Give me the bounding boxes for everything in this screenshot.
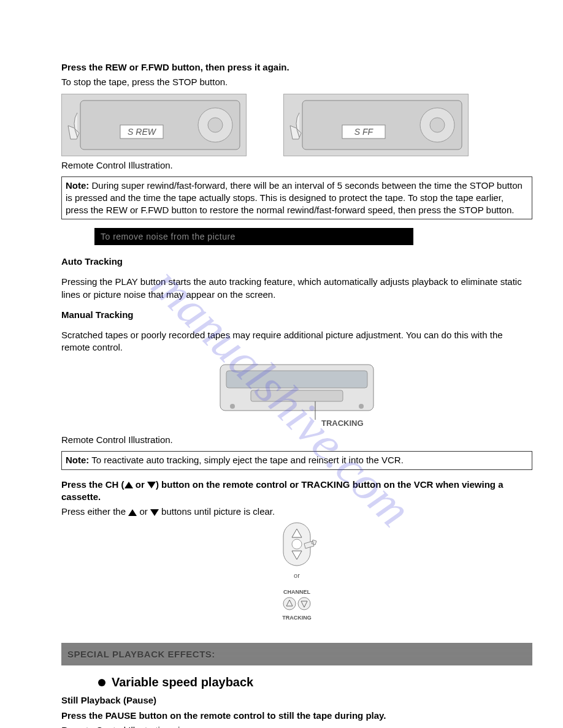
manual-tracking-text: Scratched tapes or poorly recorded tapes… — [61, 329, 532, 354]
section-gray-bar: SPECIAL PLAYBACK EFFECTS: — [61, 643, 532, 665]
note-text: During super rewind/fast-forward, there … — [66, 180, 523, 216]
text-fragment: Press the CH ( — [61, 479, 124, 490]
still-playback-caption: Remote Control Illustration.pic — [61, 724, 532, 728]
ch-instruction: Press the CH ( or ) button on the remote… — [61, 479, 532, 504]
arrow-up-icon — [124, 482, 133, 488]
svg-point-17 — [292, 539, 302, 549]
svg-point-12 — [359, 404, 364, 409]
arrow-down-icon — [147, 482, 156, 488]
arrow-down-icon — [150, 509, 159, 516]
auto-tracking-title: Auto Tracking — [61, 256, 532, 267]
manual-tracking-title: Manual Tracking — [61, 309, 532, 320]
display-label: S REW — [128, 127, 157, 137]
variable-speed-title: Variable speed playback — [98, 675, 532, 689]
channel-label: CHANNEL — [283, 589, 311, 595]
text-fragment: buttons until picture is clear. — [159, 506, 275, 517]
arrow-up-icon — [128, 509, 137, 516]
hand-icon — [290, 113, 301, 139]
still-playback-instruction: Press the PAUSE button on the remote con… — [61, 710, 532, 722]
note-box-1: Note: During super rewind/fast-forward, … — [61, 176, 532, 220]
hand-icon — [68, 113, 79, 139]
note-box-2: Note: To reactivate auto tracking, simpl… — [61, 451, 532, 469]
still-playback-title: Still Playback (Pause) — [61, 694, 532, 707]
vcr-sff-illustration: S FF — [283, 94, 469, 156]
svg-rect-10 — [251, 390, 343, 401]
manual-page: manualshive.com Press the REW or F.FWD b… — [0, 0, 563, 728]
display-label: S FF — [354, 127, 374, 137]
svg-point-3 — [208, 118, 223, 132]
instruction-text: To stop the tape, press the STOP button. — [61, 76, 532, 88]
note-label: Note: — [66, 455, 89, 465]
illustration-caption: Remote Control Illustration. — [61, 160, 532, 170]
note-label: Note: — [66, 180, 89, 191]
remote-tracking-illustration: or CHANNEL TRACKING — [272, 521, 321, 632]
note-text: To reactivate auto tracking, simply ejec… — [89, 455, 403, 465]
press-either-instruction: Press either the or buttons until pictur… — [61, 506, 532, 518]
bullet-icon — [98, 679, 105, 686]
vcr-tracking-illustration: TRACKING — [214, 358, 380, 432]
vcr-illustration-row: S REW S FF — [61, 94, 532, 156]
text-fragment: or — [133, 479, 147, 490]
text-fragment: or — [137, 506, 150, 517]
or-label: or — [294, 572, 300, 579]
tracking-label: TRACKING — [321, 419, 364, 428]
illustration-caption-2: Remote Control Illustration. — [61, 434, 532, 445]
title-text: Variable speed playback — [112, 675, 253, 689]
instruction-bold: Press the REW or F.FWD button, then pres… — [61, 61, 532, 74]
auto-tracking-text: Pressing the PLAY button starts the auto… — [61, 276, 532, 301]
svg-rect-9 — [226, 371, 367, 388]
tracking-label: TRACKING — [282, 615, 312, 621]
svg-point-11 — [230, 404, 235, 409]
vcr-srew-illustration: S REW — [61, 94, 247, 156]
svg-point-7 — [430, 118, 445, 132]
section-black-bar: To remove noise from the picture — [94, 228, 413, 245]
text-fragment: Press either the — [61, 506, 128, 517]
